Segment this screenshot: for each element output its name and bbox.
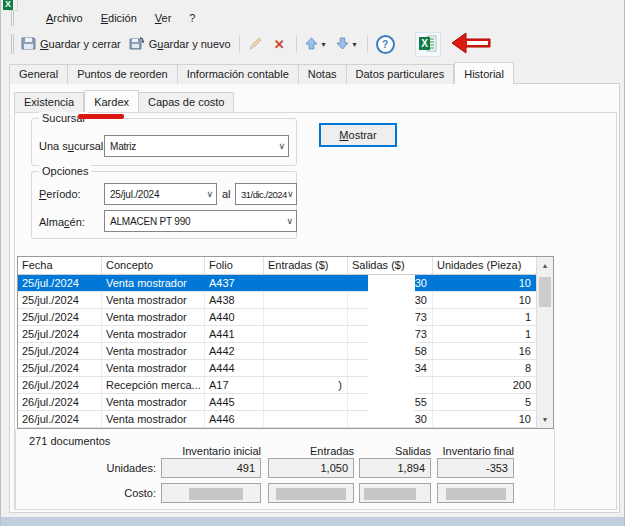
cell-concepto: Venta mostrador — [102, 411, 205, 427]
table-row[interactable]: 26/jul./2024Venta mostradorA446,...3010 — [18, 411, 553, 428]
unidades-entradas: 1,050 — [268, 458, 354, 478]
tab-informacion-contable[interactable]: Información contable — [178, 64, 299, 84]
cell-unidades: 200 — [433, 377, 536, 393]
column-header-entradas[interactable]: Entradas ($) — [264, 257, 348, 274]
cell-concepto: Venta mostrador — [102, 309, 205, 325]
red-arrow-annotation — [451, 32, 491, 56]
periodo-to-combobox[interactable]: 31/dic./2024 ∨ — [235, 183, 297, 205]
previous-record-button[interactable]: ▾ — [301, 35, 332, 54]
cell-unidades: 10 — [433, 411, 536, 427]
scroll-down-icon[interactable]: ▼ — [537, 411, 553, 428]
save-new-button[interactable]: Guardar y nuevo — [125, 34, 235, 55]
menu-bar: Archivo Edición Ver ? — [37, 9, 204, 27]
sub-tab-strip: Existencia Kardex Capas de costo — [14, 91, 234, 112]
periodo-label: Período: — [39, 188, 81, 200]
table-row[interactable]: 25/jul./2024Venta mostradorA4425816 — [18, 343, 553, 360]
tab-capas-de-costo[interactable]: Capas de costo — [139, 92, 234, 112]
question-circle-icon: ? — [376, 35, 395, 54]
chevron-down-icon[interactable]: ▾ — [353, 40, 357, 49]
column-header-concepto[interactable]: Concepto — [102, 257, 205, 274]
cell-entradas: ) — [264, 377, 348, 393]
tab-datos-particulares[interactable]: Datos particulares — [347, 64, 455, 84]
cell-folio: A437 — [205, 275, 264, 291]
column-header-unidades[interactable]: Unidades (Pieza) — [433, 257, 536, 274]
menu-help[interactable]: ? — [180, 10, 204, 26]
svg-text:X: X — [5, 0, 11, 9]
toolbar-separator — [367, 35, 368, 53]
costo-inventario-final — [437, 483, 514, 503]
main-tab-strip: General Puntos de reorden Información co… — [9, 62, 514, 84]
toolbar-grip[interactable] — [11, 34, 14, 54]
unidades-salidas: 1,894 — [359, 458, 431, 478]
cell-unidades: 1 — [433, 326, 536, 342]
cell-entradas — [264, 411, 348, 427]
header-entradas: Entradas — [268, 445, 354, 457]
header-inventario-final: Inventario final — [426, 445, 514, 457]
cell-concepto: Venta mostrador — [102, 326, 205, 342]
save-close-button[interactable]: Guardar y cerrar — [17, 34, 125, 55]
table-row[interactable]: 25/jul./2024Venta mostradorA4373010 — [18, 275, 553, 292]
costo-label: Costo: — [71, 487, 156, 499]
table-row[interactable]: 25/jul./2024Venta mostradorA440731 — [18, 309, 553, 326]
cell-entradas — [264, 394, 348, 410]
table-scrollbar[interactable]: ▲ ▼ — [536, 257, 553, 428]
table-row[interactable]: 25/jul./2024Venta mostradorA4383010 — [18, 292, 553, 309]
tab-general[interactable]: General — [9, 64, 68, 84]
save-new-label: Guardar y nuevo — [149, 38, 231, 50]
table-row[interactable]: 26/jul./2024Recepción merca...A17)200 — [18, 377, 553, 394]
column-header-fecha[interactable]: Fecha — [18, 257, 102, 274]
chevron-down-icon[interactable]: ▾ — [322, 40, 326, 49]
almacen-combobox[interactable]: ALMACEN PT 990 ∨ — [104, 210, 297, 232]
down-arrow-icon — [336, 37, 349, 52]
periodo-from-combobox[interactable]: 25/jul./2024 ∨ — [104, 183, 217, 205]
cell-fecha: 25/jul./2024 — [18, 360, 102, 376]
cell-fecha: 25/jul./2024 — [18, 275, 102, 291]
scroll-up-icon[interactable]: ▲ — [537, 257, 553, 274]
tab-historial[interactable]: Historial — [454, 62, 514, 84]
svg-text:X: X — [421, 38, 428, 49]
menu-archivo[interactable]: Archivo — [37, 10, 92, 26]
help-button[interactable]: ? — [372, 33, 399, 56]
edit-button[interactable] — [244, 34, 267, 55]
costo-salidas — [359, 483, 431, 503]
window-bottom-edge — [1, 517, 625, 526]
menu-ver[interactable]: Ver — [146, 10, 181, 26]
cell-unidades: 5 — [433, 394, 536, 410]
cell-folio: A438 — [205, 292, 264, 308]
cell-folio: A441 — [205, 326, 264, 342]
cell-entradas — [264, 360, 348, 376]
floppy-disk-icon — [21, 36, 36, 53]
cell-concepto: Venta mostrador — [102, 292, 205, 308]
pencil-icon — [248, 36, 263, 53]
red-underline-annotation — [78, 114, 124, 119]
unidades-label: Unidades: — [71, 462, 156, 474]
export-excel-button[interactable]: X — [415, 32, 441, 57]
sucursal-combobox[interactable]: Matriz ∨ — [104, 135, 289, 157]
tab-notas[interactable]: Notas — [299, 64, 347, 84]
kardex-table: Fecha Concepto Folio Entradas ($) Salida… — [17, 256, 554, 429]
next-record-button[interactable]: ▾ — [332, 35, 363, 54]
toolbar: Guardar y cerrar Guardar y nuevo — [17, 31, 491, 57]
scrollbar-thumb[interactable] — [539, 277, 551, 307]
cell-folio: A442 — [205, 343, 264, 359]
cell-unidades: 16 — [433, 343, 536, 359]
column-header-salidas[interactable]: Salidas ($) — [348, 257, 433, 274]
save-close-label: Guardar y cerrar — [40, 38, 121, 50]
al-label: al — [222, 188, 231, 200]
cell-concepto: Recepción merca... — [102, 377, 205, 393]
cell-entradas — [264, 343, 348, 359]
table-row[interactable]: 26/jul./2024Venta mostradorA445555 — [18, 394, 553, 411]
mostrar-button[interactable]: Mostrar — [319, 123, 397, 147]
tab-puntos-de-reorden[interactable]: Puntos de reorden — [68, 64, 178, 84]
tab-existencia[interactable]: Existencia — [14, 92, 84, 112]
menubar-grip[interactable] — [11, 11, 14, 26]
delete-button[interactable]: ✕ — [267, 35, 292, 54]
table-row[interactable]: 25/jul./2024Venta mostradorA444348 — [18, 360, 553, 377]
column-header-folio[interactable]: Folio — [205, 257, 264, 274]
toolbar-separator — [296, 35, 297, 53]
toolbar-separator — [239, 35, 240, 53]
header-salidas: Salidas — [359, 445, 431, 457]
table-row[interactable]: 25/jul./2024Venta mostradorA441731 — [18, 326, 553, 343]
menu-edicion[interactable]: Edición — [92, 10, 146, 26]
tab-kardex[interactable]: Kardex — [84, 90, 139, 112]
